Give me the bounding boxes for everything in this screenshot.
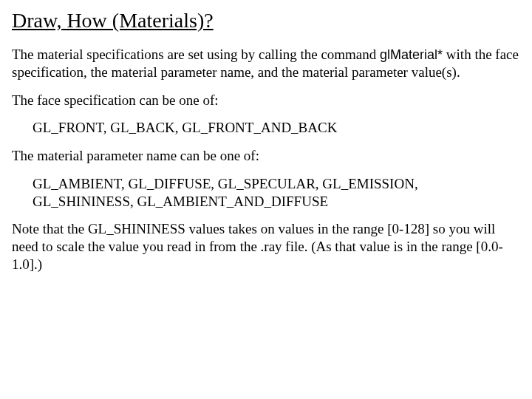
param-name-label: The material parameter name can be one o… (12, 147, 520, 165)
intro-text-a: The material specifications are set usin… (12, 47, 380, 62)
intro-paragraph: The material specifications are set usin… (12, 46, 520, 81)
slide-title: Draw, How (Materials)? (12, 9, 520, 33)
command-name: glMaterial* (380, 47, 443, 62)
note-paragraph: Note that the GL_SHININESS values takes … (12, 220, 520, 273)
face-spec-values: GL_FRONT, GL_BACK, GL_FRONT_AND_BACK (33, 119, 520, 137)
param-name-values: GL_AMBIENT, GL_DIFFUSE, GL_SPECULAR, GL_… (33, 175, 520, 211)
face-spec-label: The face specification can be one of: (12, 92, 520, 109)
